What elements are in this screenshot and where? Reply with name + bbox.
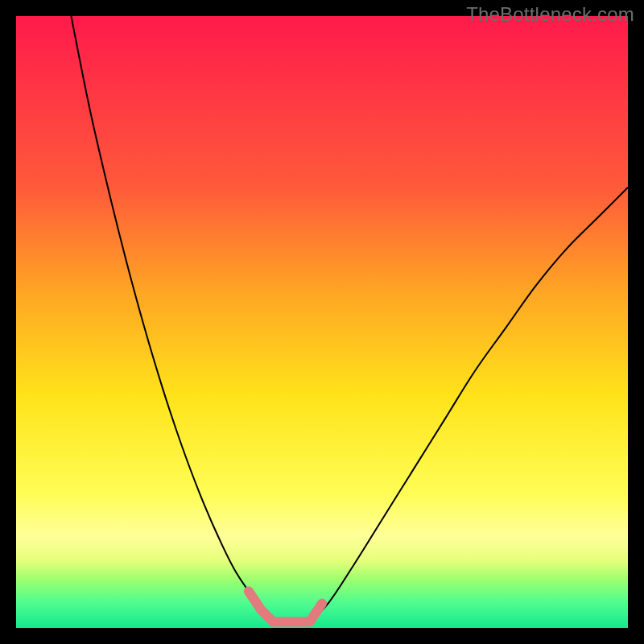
chart-frame: TheBottleneck.com (0, 0, 644, 644)
optimal-range-marker (249, 591, 322, 621)
left-curve-line (71, 16, 273, 621)
right-curve-line (310, 188, 628, 622)
chart-svg (16, 16, 628, 628)
